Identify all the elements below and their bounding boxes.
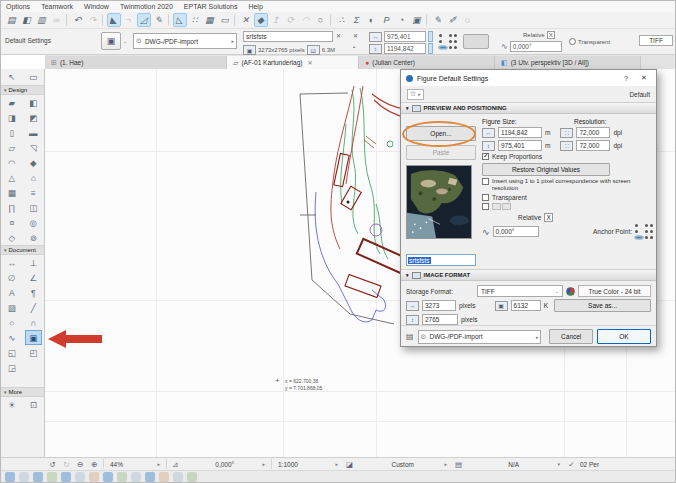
resolution-x-input[interactable]: 72,000 <box>576 127 610 138</box>
3d-document-icon[interactable]: ◧ <box>20 13 34 27</box>
slab-tool-icon[interactable]: ▱ <box>3 140 20 155</box>
figure-width-field[interactable]: ↔ 975,401 <box>369 31 433 42</box>
worksheet-tool-icon[interactable]: ◰ <box>25 345 42 360</box>
light-tool-icon[interactable]: ☀ <box>3 397 20 412</box>
toolbar-icon[interactable] <box>66 14 69 26</box>
search-icon[interactable]: ○ <box>314 13 328 27</box>
curtain-wall-tool-icon[interactable]: ▦ <box>3 185 20 200</box>
anchor-point-grid[interactable] <box>439 34 455 50</box>
toolbar-icon[interactable] <box>19 472 29 482</box>
line-tool-icon[interactable]: ╱ <box>25 300 42 315</box>
toolbar-icon[interactable] <box>187 472 197 482</box>
pen-icon[interactable]: ✎ <box>152 13 166 27</box>
drawing-tool-icon[interactable]: ◱ <box>3 345 20 360</box>
toolbar-icon[interactable] <box>102 14 105 26</box>
layer-combination-icon[interactable]: ▤ <box>453 460 464 469</box>
detach-icon[interactable]: ✕ <box>353 32 358 39</box>
wall-tool-icon[interactable]: ▰ <box>3 95 20 110</box>
pen-set-dropdown[interactable]: Custom▸ <box>358 459 450 470</box>
arc-circle-tool-icon[interactable]: ○ <box>3 315 20 330</box>
marquee-tool-icon[interactable]: ▭ <box>25 70 42 85</box>
hotlink-icon[interactable]: ∞ <box>50 13 64 27</box>
keep-proportions-checkbox[interactable]: Keep Proportions <box>482 153 651 160</box>
figure-tool-icon[interactable]: ▣ <box>25 330 42 345</box>
stair-tool-icon[interactable]: ≡ <box>25 185 42 200</box>
opening-tool-icon[interactable]: ◎ <box>25 215 42 230</box>
equipment-tool-icon[interactable]: ⊚ <box>25 230 42 245</box>
sum-icon[interactable]: Σ <box>350 13 364 27</box>
anchor-point-grid[interactable] <box>635 224 651 240</box>
toolbar-icon[interactable] <box>159 472 169 482</box>
snap-grid-icon[interactable]: ∷ <box>188 13 202 27</box>
guide-lines-icon[interactable]: ¬ <box>122 13 136 27</box>
mesh-tool-icon[interactable]: △ <box>3 170 20 185</box>
toolbar-icon[interactable] <box>75 472 85 482</box>
zone-tool-icon[interactable]: ⌂ <box>25 170 42 185</box>
eraser-icon[interactable]: ◪ <box>344 460 355 469</box>
slope-icon[interactable]: ◿ <box>137 13 151 27</box>
stepper[interactable] <box>428 43 433 54</box>
detail-tool-icon[interactable]: ◲ <box>3 360 20 375</box>
toolbox-section-design[interactable]: ▾ Design <box>1 85 44 95</box>
toolbar-icon[interactable] <box>61 472 71 482</box>
redo-icon[interactable]: ↷ <box>86 13 100 27</box>
checkbox[interactable] <box>482 203 489 210</box>
text-tool-icon[interactable]: A <box>3 285 20 300</box>
navigator-icon[interactable]: ▥ <box>35 13 49 27</box>
menu-item[interactable]: Twinmotion 2020 <box>120 3 173 10</box>
toolbar-icon[interactable] <box>168 14 171 26</box>
toolbar-icon[interactable] <box>33 472 43 482</box>
move-icon[interactable]: ↥ <box>269 13 283 27</box>
more-options-icon[interactable]: ◌ <box>461 13 475 27</box>
rotate-icon[interactable]: ⟳ <box>284 13 298 27</box>
3d-cutaway-icon[interactable]: ◔ <box>395 13 409 27</box>
checkbox[interactable] <box>569 38 576 45</box>
stepper[interactable] <box>428 31 433 42</box>
close-icon[interactable]: ✕ <box>637 74 651 82</box>
fill-tool-icon[interactable]: ▨ <box>3 300 20 315</box>
settings-caret-icon[interactable]: ⌄ <box>123 38 127 44</box>
zoom-out-icon[interactable]: ⊖ <box>75 460 86 469</box>
level-dimension-tool-icon[interactable]: ⊥ <box>25 255 42 270</box>
save-as-button[interactable]: Save as... <box>554 299 651 312</box>
toolbar-icon[interactable] <box>426 14 429 26</box>
radial-dimension-tool-icon[interactable]: ∅ <box>3 270 20 285</box>
help-icon[interactable]: ? <box>619 75 633 82</box>
toolbox-section-document[interactable]: ▾ Document <box>1 245 44 255</box>
rotation-angle-input[interactable]: 0,000° <box>493 226 539 237</box>
section-preview-positioning[interactable]: ▾ PREVIEW AND POSITIONING <box>401 102 656 114</box>
transparent-checkbox[interactable]: Transparent <box>482 194 651 201</box>
figure-width-input[interactable]: 1194,842 <box>498 127 542 138</box>
toolbox-section-more[interactable]: ▾ More <box>1 387 44 397</box>
mirror-icon[interactable]: ◠ <box>299 13 313 27</box>
menu-item[interactable]: EPTAR Solutions <box>184 3 238 10</box>
figure-tool-settings-button[interactable]: ▣ <box>101 32 121 50</box>
niche-tool-icon[interactable]: ◇ <box>3 230 20 245</box>
trace-reference-icon[interactable]: ◐ <box>365 13 379 27</box>
resolution-y-input[interactable]: 72,000 <box>576 140 610 151</box>
layer-dropdown[interactable]: ⊙ DWG-/PDF-import ▸ <box>418 330 542 344</box>
toolbar-icon[interactable] <box>330 14 333 26</box>
pin-icon[interactable]: P <box>380 13 394 27</box>
toolbar-icon[interactable] <box>173 472 183 482</box>
gravity-icon[interactable]: ◣ <box>107 13 121 27</box>
layer-dropdown[interactable]: ⊙ DWG-/PDF-import ▸ <box>133 33 237 49</box>
storage-format-select[interactable]: TIFF ⌄ <box>477 285 563 297</box>
toolbar-icon[interactable] <box>103 472 113 482</box>
favorites-icon[interactable]: ◆ <box>254 13 268 27</box>
toolbar-icon[interactable] <box>89 472 99 482</box>
multiply-icon[interactable]: ∴ <box>335 13 349 27</box>
renovation-filter-dropdown[interactable]: N/A▾ <box>467 459 563 470</box>
checkbox[interactable] <box>482 178 489 185</box>
object-tool-icon[interactable]: ◫ <box>25 200 42 215</box>
pickup-parameters-icon[interactable]: ✎ <box>431 13 445 27</box>
checkbox[interactable] <box>482 153 489 160</box>
storage-format-field[interactable]: TIFF <box>639 35 673 46</box>
capture-icon[interactable]: ▣ <box>410 13 424 27</box>
morph-tool-icon[interactable]: ◆ <box>25 155 42 170</box>
preview-thumbnail-button[interactable] <box>463 34 489 49</box>
scale-dropdown[interactable]: 1:1000▸ <box>275 459 341 470</box>
paste-button[interactable]: Paste <box>406 145 476 160</box>
section-image-format[interactable]: ▾ IMAGE FORMAT <box>401 269 656 281</box>
menu-item[interactable]: Teamwork <box>41 3 73 10</box>
